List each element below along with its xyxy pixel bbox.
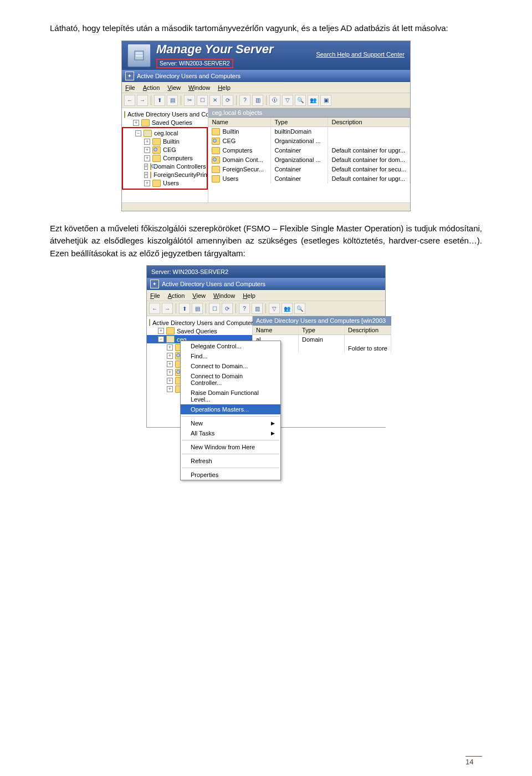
ctx-refresh[interactable]: Refresh <box>181 456 280 466</box>
view-icon[interactable]: ▥ <box>252 95 263 106</box>
users-icon[interactable]: 👥 <box>308 95 319 106</box>
aduc-title-bar: ✦ Active Directory Users and Computers <box>147 278 385 290</box>
delete-icon[interactable]: ✕ <box>209 95 221 106</box>
list-row[interactable]: ComputersContainerDefault container for … <box>208 146 410 155</box>
page-number: 14 <box>466 758 473 766</box>
list-row[interactable]: ForeignSecur...ContainerDefault containe… <box>208 165 410 174</box>
filter-icon[interactable]: ▽ <box>269 303 280 314</box>
ctx-raise-level[interactable]: Raise Domain Functional Level... <box>181 388 280 404</box>
find-icon[interactable]: 🔍 <box>295 95 306 106</box>
col-name[interactable]: Name <box>208 118 271 126</box>
ctx-properties[interactable]: Properties <box>181 470 280 480</box>
list-row[interactable]: BuiltinbuiltinDomain <box>208 127 410 136</box>
expand-icon[interactable]: + <box>158 328 164 334</box>
domain-icon <box>166 336 175 343</box>
tree-pane: Active Directory Users and Computer + Sa… <box>122 108 208 202</box>
menu-help[interactable]: Help <box>218 84 231 91</box>
search-help-link[interactable]: Search Help and Support Center <box>316 51 405 58</box>
menu-view[interactable]: View <box>192 292 206 299</box>
properties-icon[interactable]: ☐ <box>197 95 208 106</box>
back-icon[interactable]: ← <box>124 95 135 106</box>
menu-help[interactable]: Help <box>243 292 255 299</box>
expand-icon[interactable]: + <box>144 139 150 145</box>
expand-icon[interactable]: + <box>167 344 173 351</box>
collapse-icon[interactable]: − <box>135 130 141 136</box>
up-icon[interactable]: ⬆ <box>179 303 190 314</box>
expand-icon[interactable]: + <box>167 378 173 384</box>
col-name[interactable]: Name <box>253 326 299 334</box>
view-icon[interactable]: ▥ <box>252 303 263 314</box>
ctx-operations-masters[interactable]: Operations Masters... <box>181 404 280 414</box>
cell-desc: Default container for dom... <box>328 155 410 165</box>
back-icon[interactable]: ← <box>149 303 160 314</box>
ctx-all-tasks[interactable]: All Tasks▶ <box>181 428 280 438</box>
tree-item[interactable]: +Builtin <box>124 138 206 146</box>
ctx-connect-domain[interactable]: Connect to Domain... <box>181 361 280 371</box>
list-row[interactable]: UsersContainerDefault container for upgr… <box>208 174 410 184</box>
cell-type: Container <box>271 165 328 174</box>
expand-icon[interactable]: + <box>167 361 173 367</box>
help-icon[interactable]: ? <box>239 95 250 106</box>
users-icon[interactable]: 👥 <box>282 303 293 314</box>
tree-root-label: Active Directory Users and Computer <box>127 111 208 118</box>
menu-action[interactable]: Action <box>143 84 160 91</box>
expand-icon[interactable]: + <box>167 386 173 392</box>
list-row[interactable]: CEGOrganizational ... <box>208 136 410 146</box>
refresh-icon[interactable]: ⟳ <box>222 303 233 314</box>
menu-window[interactable]: Window <box>188 84 210 91</box>
server-icon <box>127 44 151 67</box>
tree-item[interactable]: +Users <box>124 179 206 187</box>
menu-file[interactable]: File <box>150 292 160 299</box>
tree-item[interactable]: +Computers <box>124 154 206 163</box>
list-row[interactable]: Domain Cont...Organizational ...Default … <box>208 155 410 165</box>
tree-root[interactable]: Active Directory Users and Computer <box>122 110 208 119</box>
ctx-find[interactable]: Find... <box>181 351 280 361</box>
menu-bar: File Action View Window Help <box>147 290 385 301</box>
tree-item[interactable]: +ForeignSecurityPrincipals <box>124 171 206 179</box>
col-desc[interactable]: Description <box>328 118 410 126</box>
tree-saved-queries[interactable]: + Saved Queries <box>122 119 208 127</box>
tree-root[interactable]: Active Directory Users and Computer <box>147 318 252 327</box>
col-desc[interactable]: Description <box>345 326 391 334</box>
expand-icon[interactable]: + <box>144 155 150 161</box>
refresh-icon[interactable]: ⟳ <box>222 95 233 106</box>
expand-icon[interactable]: + <box>133 120 139 126</box>
expand-icon[interactable]: + <box>144 147 150 153</box>
tree-domain[interactable]: − ceg.local <box>124 129 206 138</box>
tree-item-label: Computers <box>163 155 193 161</box>
menu-bar: File Action View Window Help <box>122 82 410 93</box>
tree-saved-queries[interactable]: + Saved Queries <box>147 327 252 335</box>
ou-icon[interactable]: ▣ <box>320 95 331 106</box>
tool-icon[interactable]: 🛈 <box>269 95 280 106</box>
col-type[interactable]: Type <box>299 326 345 334</box>
menu-action[interactable]: Action <box>168 292 185 299</box>
filter-icon[interactable]: ▽ <box>282 95 293 106</box>
svg-rect-2 <box>136 55 142 57</box>
find-icon[interactable]: 🔍 <box>294 303 305 314</box>
up-icon[interactable]: ⬆ <box>154 95 165 106</box>
ctx-new[interactable]: New▶ <box>181 418 280 428</box>
ctx-connect-dc[interactable]: Connect to Domain Controller... <box>181 371 280 388</box>
expand-icon[interactable]: + <box>167 369 173 376</box>
menu-file[interactable]: File <box>125 84 135 91</box>
expand-icon[interactable]: + <box>144 164 148 170</box>
expand-icon[interactable]: + <box>144 172 148 178</box>
tree-item[interactable]: +Domain Controllers <box>124 163 206 171</box>
help-icon[interactable]: ? <box>239 303 250 314</box>
mys-header: Manage Your Server Server: WIN2003-SERVE… <box>122 41 410 70</box>
properties-icon[interactable]: ☐ <box>209 303 220 314</box>
cut-icon[interactable]: ✂ <box>184 95 195 106</box>
expand-icon[interactable]: + <box>144 180 150 186</box>
menu-view[interactable]: View <box>167 84 181 91</box>
forward-icon[interactable]: → <box>137 95 148 106</box>
list-icon[interactable]: ▤ <box>192 303 203 314</box>
expand-icon[interactable]: + <box>167 353 173 359</box>
col-type[interactable]: Type <box>271 118 328 126</box>
menu-window[interactable]: Window <box>213 292 235 299</box>
tree-item[interactable]: +CEG <box>124 146 206 154</box>
ctx-delegate-control[interactable]: Delegate Control... <box>181 341 280 351</box>
list-icon[interactable]: ▤ <box>167 95 178 106</box>
ctx-new-window[interactable]: New Window from Here <box>181 442 280 452</box>
collapse-icon[interactable]: − <box>158 336 164 342</box>
forward-icon[interactable]: → <box>162 303 173 314</box>
